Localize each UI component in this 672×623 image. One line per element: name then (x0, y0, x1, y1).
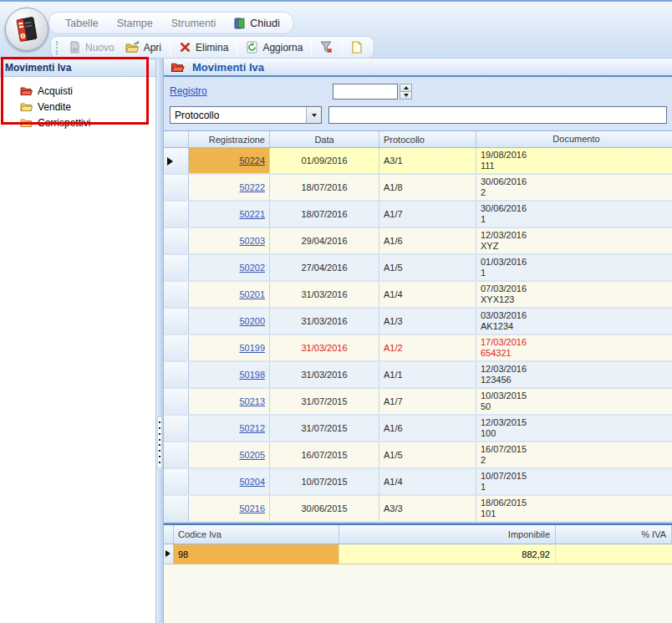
registro-link[interactable]: Registro (170, 85, 207, 97)
row-selector[interactable] (164, 228, 189, 253)
registrazione-cell: 50221 (189, 202, 270, 227)
grid-header-data[interactable]: Data (270, 131, 379, 148)
registrazione-link[interactable]: 50221 (239, 209, 265, 219)
blank-document-button[interactable] (349, 39, 365, 55)
sidebar-item-acquisti[interactable]: Acquisti (0, 83, 155, 99)
registrazione-cell: 50224 (189, 148, 270, 173)
table-row[interactable]: 50198 31/03/2016 A1/1 12/03/2016 123456 (164, 362, 672, 389)
toolbar: Nuovo Apri Elimin (50, 36, 374, 59)
new-document-icon (69, 41, 81, 54)
table-row[interactable]: 50201 31/03/2016 A1/4 07/03/2016 XYX123 (164, 282, 672, 309)
table-row[interactable]: 50204 10/07/2015 A1/4 10/07/2015 1 (164, 469, 672, 496)
protocollo-cell: A1/5 (379, 255, 476, 280)
toolbar-grip[interactable] (56, 41, 59, 54)
sidebar-item-vendite[interactable]: Vendite (0, 99, 155, 115)
documento-number: 123456 (481, 375, 672, 386)
menu-item-chiudi[interactable]: Chiudi (234, 18, 279, 29)
documento-number: XYZ (481, 241, 672, 252)
table-row[interactable]: 50221 18/07/2016 A1/7 30/06/2016 1 (164, 202, 672, 228)
row-selector[interactable] (164, 416, 189, 441)
grid-body: 50224 01/09/2016 A3/1 19/08/2016 111 502… (164, 148, 672, 523)
grid-header-registrazione[interactable]: Registrazione (189, 131, 270, 148)
table-row[interactable]: 50213 31/07/2015 A1/7 10/03/2015 50 (164, 389, 672, 416)
row-selector[interactable] (164, 175, 189, 200)
registrazione-link[interactable]: 50216 (239, 503, 265, 513)
registro-input[interactable] (333, 84, 398, 100)
pane-splitter[interactable] (155, 59, 164, 623)
registrazione-link[interactable]: 50212 (239, 423, 265, 433)
documento-date: 19/08/2016 (481, 150, 672, 161)
detail-header-imponibile[interactable]: Imponibile (339, 525, 556, 544)
row-selector[interactable] (164, 496, 189, 521)
registrazione-link[interactable]: 50202 (239, 263, 265, 273)
registrazione-link[interactable]: 50213 (239, 396, 265, 406)
row-selector[interactable] (164, 148, 189, 173)
table-row[interactable]: 50224 01/09/2016 A3/1 19/08/2016 111 (164, 148, 672, 175)
grid-header-documento[interactable]: Documento (476, 131, 672, 148)
detail-header-codice-iva[interactable]: Codice Iva (174, 525, 339, 544)
row-selector[interactable] (164, 389, 189, 414)
registrazione-link[interactable]: 50224 (239, 156, 265, 166)
search-input[interactable] (328, 106, 667, 124)
documento-cell: 07/03/2016 XYX123 (476, 282, 672, 307)
documento-number: 100 (481, 428, 672, 439)
registrazione-link[interactable]: 50205 (239, 450, 265, 460)
row-selector[interactable] (164, 282, 189, 307)
documento-date: 16/07/2015 (481, 444, 672, 455)
grid-header-selector (164, 131, 189, 148)
spinner-down-button[interactable] (400, 92, 412, 100)
registrazione-link[interactable]: 50201 (239, 289, 265, 299)
protocollo-cell: A1/6 (379, 228, 476, 253)
row-selector[interactable] (164, 309, 189, 334)
registrazione-link[interactable]: 50204 (239, 477, 265, 487)
apri-button[interactable]: Apri (123, 39, 164, 55)
table-row[interactable]: 50200 31/03/2016 A1/3 03/03/2016 AK1234 (164, 309, 672, 335)
row-selector[interactable] (164, 469, 189, 494)
registrazione-cell: 50213 (189, 389, 270, 414)
menu-item-stampe[interactable]: Stampe (117, 18, 153, 29)
row-selector[interactable] (164, 362, 189, 387)
perc-iva-cell (556, 544, 672, 564)
menu-item-tabelle[interactable]: Tabelle (65, 18, 99, 29)
row-selector[interactable] (164, 335, 189, 360)
table-row[interactable]: 50203 29/04/2016 A1/6 12/03/2016 XYZ (164, 228, 672, 255)
table-row[interactable]: 50202 27/04/2016 A1/5 01/03/2016 1 (164, 255, 672, 282)
clear-filter-button[interactable] (318, 39, 336, 55)
registrazione-link[interactable]: 50199 (239, 343, 265, 353)
search-field-dropdown[interactable]: Protocollo (170, 106, 322, 124)
table-row[interactable]: 50212 31/07/2015 A1/6 12/03/2015 100 (164, 416, 672, 442)
row-selector[interactable] (164, 442, 189, 467)
registrazione-link[interactable]: 50222 (239, 182, 265, 192)
application-button[interactable] (5, 8, 48, 51)
row-selector[interactable] (164, 255, 189, 280)
dropdown-button[interactable] (306, 107, 321, 123)
splitter-grip-icon[interactable] (157, 416, 162, 468)
row-selector[interactable] (164, 202, 189, 227)
spinner-up-button[interactable] (400, 84, 412, 92)
registrazione-link[interactable]: 50203 (239, 236, 265, 246)
open-folder-icon (125, 41, 140, 54)
documento-number: XYX123 (481, 294, 672, 305)
elimina-button-label: Elimina (196, 42, 228, 54)
detail-row[interactable]: 98 882,92 (164, 544, 672, 564)
registrazione-link[interactable]: 50198 (239, 370, 265, 380)
red-x-icon (179, 41, 191, 54)
sidebar-item-label: Corrispettivi (38, 117, 90, 129)
registrazione-cell: 50198 (189, 362, 270, 387)
documento-cell: 03/03/2016 AK1234 (476, 309, 672, 334)
blank-page-icon (351, 41, 363, 54)
elimina-button[interactable]: Elimina (176, 39, 231, 55)
grid-header-protocollo[interactable]: Protocollo (379, 131, 476, 148)
table-row[interactable]: 50216 30/06/2015 A3/3 18/06/2015 101 (164, 496, 672, 523)
registrazione-link[interactable]: 50200 (239, 316, 265, 326)
nuovo-button[interactable]: Nuovo (66, 39, 117, 55)
menu-item-strumenti[interactable]: Strumenti (171, 18, 216, 29)
aggiorna-button[interactable]: Aggiorna (243, 39, 305, 55)
detail-header-perc-iva[interactable]: % IVA (556, 525, 672, 544)
registrazione-cell: 50202 (189, 255, 270, 280)
table-row[interactable]: 50222 18/07/2016 A1/8 30/06/2016 2 (164, 175, 672, 202)
table-row[interactable]: 50205 16/07/2015 A1/5 16/07/2015 2 (164, 442, 672, 469)
table-row[interactable]: 50199 31/03/2016 A1/2 17/03/2016 654321 (164, 335, 672, 362)
sidebar-item-corrispettivi[interactable]: Corrispettivi (0, 115, 155, 130)
yellow-folder-icon (20, 117, 33, 128)
